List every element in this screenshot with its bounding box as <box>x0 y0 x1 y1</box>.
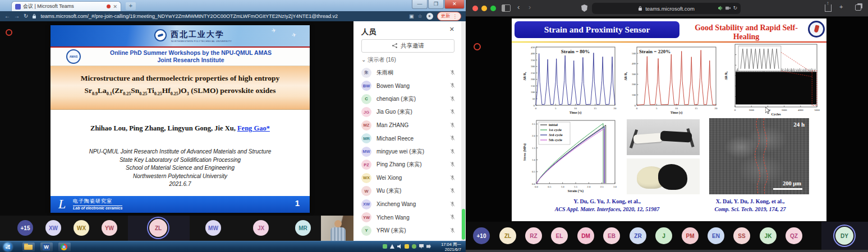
filmstrip-avatar-YW[interactable]: YW <box>102 220 117 236</box>
refresh-icon[interactable]: ↻ <box>24 11 28 21</box>
close-button[interactable]: ✕ <box>444 0 465 9</box>
participant-row[interactable]: WWu (来宾) <box>353 185 461 198</box>
filmstrip-avatar-XW[interactable]: XW <box>45 220 61 236</box>
back-icon[interactable]: ← <box>4 11 10 21</box>
participant-row[interactable]: JGJia Guo (来宾) <box>353 106 461 119</box>
privacy-shield-icon[interactable] <box>581 4 587 12</box>
mic-muted-icon[interactable] <box>449 173 456 183</box>
sidebar-icon[interactable] <box>502 4 511 12</box>
mic-muted-icon[interactable] <box>449 133 456 143</box>
restore-button[interactable]: ❐ <box>428 0 444 9</box>
tab-close-icon[interactable]: ✕ <box>113 4 117 10</box>
new-tab-icon[interactable]: + <box>839 3 843 10</box>
mac-minimize-button[interactable] <box>481 6 487 11</box>
participant-row[interactable]: MZMan ZHANG <box>353 119 461 132</box>
filmstrip-avatar-ZL[interactable]: ZL <box>499 227 516 244</box>
mac-zoom-button[interactable] <box>490 6 496 11</box>
panel-scrollbar[interactable] <box>461 21 466 241</box>
tray-status-icon[interactable] <box>412 244 416 249</box>
filmstrip-avatar-JX[interactable]: JX <box>253 220 269 236</box>
specimen-photo-joined <box>627 119 700 155</box>
scrollbar-thumb[interactable] <box>462 209 465 240</box>
filmstrip-avatar-ZL[interactable]: ZL <box>149 219 167 237</box>
mic-muted-icon[interactable] <box>449 160 456 170</box>
participant-row[interactable]: MWmingyue wei (来宾) <box>353 145 461 158</box>
browser-tab[interactable]: 会议 | Microsoft Teams ✕ <box>11 1 121 11</box>
mic-muted-icon[interactable] <box>449 226 456 236</box>
mic-muted-icon[interactable] <box>449 120 456 130</box>
presenters-section-header[interactable]: ⌄ 演示者 (16) <box>361 56 396 64</box>
filmstrip-avatar-PM[interactable]: PM <box>682 227 699 244</box>
participant-row[interactable]: 朱朱雨桐 <box>353 66 461 80</box>
filmstrip-avatar-MR[interactable]: MR <box>295 220 311 236</box>
filmstrip-avatar-EL[interactable]: EL <box>551 227 568 244</box>
filmstrip-avatar-EN[interactable]: EN <box>708 227 724 244</box>
mic-muted-icon[interactable] <box>449 81 456 91</box>
filmstrip-avatar-15[interactable]: +15 <box>17 220 33 236</box>
mic-muted-icon[interactable] <box>449 107 456 117</box>
minimize-button[interactable]: — <box>412 0 428 9</box>
participant-row[interactable]: BWBowen Wang <box>353 80 461 93</box>
participant-row[interactable]: MRMichael Reece <box>353 132 461 146</box>
participant-row[interactable]: WXWei Xiong <box>353 171 461 185</box>
participant-row[interactable]: XWXincheng Wang <box>353 198 461 211</box>
safari-url-field[interactable]: teams.microsoft.com ↻ <box>592 3 741 14</box>
npu-logo <box>154 29 167 41</box>
taskbar-clock[interactable]: 17:04 周一 2021/6/7 <box>441 242 461 252</box>
volume-icon[interactable] <box>397 244 402 249</box>
back-icon[interactable]: ‹ <box>517 3 520 11</box>
start-button[interactable] <box>3 242 12 251</box>
panel-close-icon[interactable]: ✕ <box>449 26 454 33</box>
filmstrip-avatar-DM[interactable]: DM <box>577 227 594 244</box>
url-field[interactable]: teams.microsoft.com/_#/pre-join-calling/… <box>40 13 405 19</box>
chrome-taskbar-button[interactable] <box>58 242 71 251</box>
mic-muted-icon[interactable] <box>449 147 456 157</box>
participant-row[interactable]: YWYichen Wang <box>353 211 461 225</box>
update-button[interactable]: 更新 ⋮ <box>437 12 462 21</box>
participant-row[interactable]: YYRW (来宾) <box>353 224 461 237</box>
webcam-thumbnail[interactable] <box>321 216 353 241</box>
svg-text:2.5: 2.5 <box>532 123 536 125</box>
explorer-taskbar-button[interactable] <box>22 242 35 251</box>
camera-icon[interactable]: ▣ <box>409 13 414 19</box>
filmstrip-avatar-MW[interactable]: MW <box>205 220 221 236</box>
filmstrip-avatar-WX[interactable]: WX <box>74 220 89 236</box>
mic-muted-icon[interactable] <box>449 212 456 222</box>
mac-close-button[interactable] <box>472 6 478 11</box>
tray-arrows-icon[interactable] <box>426 244 431 249</box>
new-tab-button[interactable]: + <box>126 2 136 10</box>
share-icon[interactable] <box>825 4 832 12</box>
menu-dots-icon[interactable]: ⋮ <box>453 13 458 19</box>
participant-row[interactable]: PZPing Zhang (来宾) <box>353 158 461 172</box>
mic-muted-icon[interactable] <box>449 199 456 209</box>
reload-icon[interactable]: ↻ <box>733 5 737 11</box>
tray-warning-icon[interactable] <box>405 244 409 249</box>
right-safari-window: ‹ › teams.microsoft.com ↻ + Strain and P… <box>466 0 868 252</box>
filmstrip-avatar-SS[interactable]: SS <box>733 227 750 244</box>
mic-muted-icon[interactable] <box>449 94 456 104</box>
mic-muted-icon[interactable] <box>449 186 456 196</box>
filmstrip-avatar-J[interactable]: J <box>655 227 672 244</box>
forward-icon[interactable]: › <box>529 3 531 11</box>
profile-avatar[interactable]: ● <box>426 13 433 20</box>
audio-playing-icon[interactable] <box>718 6 723 11</box>
forward-icon[interactable]: → <box>14 11 20 21</box>
filmstrip-avatar-QZ[interactable]: QZ <box>786 227 802 244</box>
tray-app-icon[interactable] <box>383 244 387 249</box>
tray-expand-icon[interactable] <box>390 244 394 249</box>
filmstrip-avatar-ZR[interactable]: ZR <box>630 227 646 244</box>
authors-line: Zhihao Lou, Ping Zhang, Lingyun Gong, Ji… <box>50 124 310 133</box>
mic-muted-icon[interactable] <box>449 68 456 78</box>
bookmark-star-icon[interactable]: ☆ <box>417 13 422 19</box>
participant-row[interactable]: Cchenqian (来宾) <box>353 92 461 106</box>
tab-overview-icon[interactable] <box>855 4 861 11</box>
share-invite-button[interactable]: 共享邀请 <box>361 39 454 53</box>
camera-icon[interactable] <box>725 6 731 11</box>
filmstrip-avatar-RZ[interactable]: RZ <box>525 227 542 244</box>
word-taskbar-button[interactable]: W <box>40 242 53 251</box>
filmstrip-avatar-10[interactable]: +10 <box>473 227 490 244</box>
filmstrip-avatar-EB[interactable]: EB <box>603 227 620 244</box>
network-icon[interactable] <box>419 244 424 249</box>
filmstrip-avatar-JK[interactable]: JK <box>760 227 777 244</box>
filmstrip-avatar-DY[interactable]: DY <box>835 227 853 245</box>
